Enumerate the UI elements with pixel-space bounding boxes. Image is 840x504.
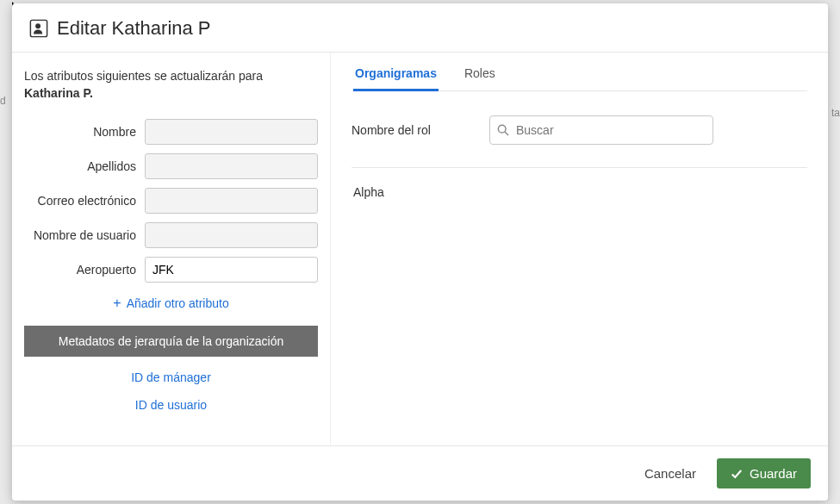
role-search-row: Nombre del rol xyxy=(352,115,807,145)
user-edit-icon xyxy=(29,19,48,38)
surname-label: Apellidos xyxy=(24,159,145,173)
roles-pane: Organigramas Roles Nombre del rol Alpha xyxy=(331,53,828,445)
field-name: Nombre xyxy=(24,119,318,145)
intro-subject: Katharina P. xyxy=(24,86,93,100)
intro-text: Los atributos siguientes se actualizarán… xyxy=(24,68,318,102)
role-item[interactable]: Alpha xyxy=(352,180,807,204)
surname-input[interactable] xyxy=(145,153,318,179)
modal-body: Los atributos siguientes se actualizarán… xyxy=(12,53,828,445)
username-label: Nombre de usuario xyxy=(24,228,145,242)
save-button[interactable]: Guardar xyxy=(717,458,811,488)
user-id-link[interactable]: ID de usuario xyxy=(24,398,318,412)
save-label: Guardar xyxy=(750,466,797,481)
cancel-button[interactable]: Cancelar xyxy=(639,459,701,488)
email-label: Correo electrónico xyxy=(24,194,145,208)
search-wrap xyxy=(489,115,713,145)
modal-title: Editar Katharina P xyxy=(57,17,211,40)
check-icon xyxy=(731,468,743,480)
tab-orgcharts[interactable]: Organigramas xyxy=(353,66,439,91)
name-input[interactable] xyxy=(145,119,318,145)
tabs: Organigramas Roles xyxy=(352,61,807,91)
svg-point-2 xyxy=(498,125,506,133)
email-input[interactable] xyxy=(145,188,318,214)
background-fragment-left: d xyxy=(0,95,6,107)
field-username: Nombre de usuario xyxy=(24,222,318,248)
svg-point-1 xyxy=(35,23,40,28)
manager-id-link[interactable]: ID de mánager xyxy=(24,370,318,384)
add-attribute-button[interactable]: + Añadir otro atributo xyxy=(24,296,318,310)
name-label: Nombre xyxy=(24,125,145,139)
edit-user-modal: Editar Katharina P Los atributos siguien… xyxy=(12,3,828,501)
field-airport: Aeropuerto xyxy=(24,257,318,283)
tab-roles[interactable]: Roles xyxy=(463,66,497,91)
airport-label: Aeropuerto xyxy=(24,263,145,277)
username-input[interactable] xyxy=(145,222,318,248)
plus-icon: + xyxy=(113,296,121,310)
svg-line-3 xyxy=(505,132,508,135)
add-attribute-label: Añadir otro atributo xyxy=(127,296,229,310)
role-search-input[interactable] xyxy=(489,115,713,145)
modal-footer: Cancelar Guardar xyxy=(12,445,828,501)
role-name-label: Nombre del rol xyxy=(352,123,489,137)
search-icon xyxy=(496,123,510,137)
background-fragment-right: ta xyxy=(831,107,840,119)
attributes-pane: Los atributos siguientes se actualizarán… xyxy=(12,53,331,445)
org-metadata-header: Metadatos de jerarquía de la organizació… xyxy=(24,326,318,357)
airport-input[interactable] xyxy=(145,257,318,283)
intro-prefix: Los atributos siguientes se actualizarán… xyxy=(24,69,263,83)
role-divider xyxy=(352,167,807,168)
field-email: Correo electrónico xyxy=(24,188,318,214)
modal-header: Editar Katharina P xyxy=(12,3,828,53)
field-surname: Apellidos xyxy=(24,153,318,179)
